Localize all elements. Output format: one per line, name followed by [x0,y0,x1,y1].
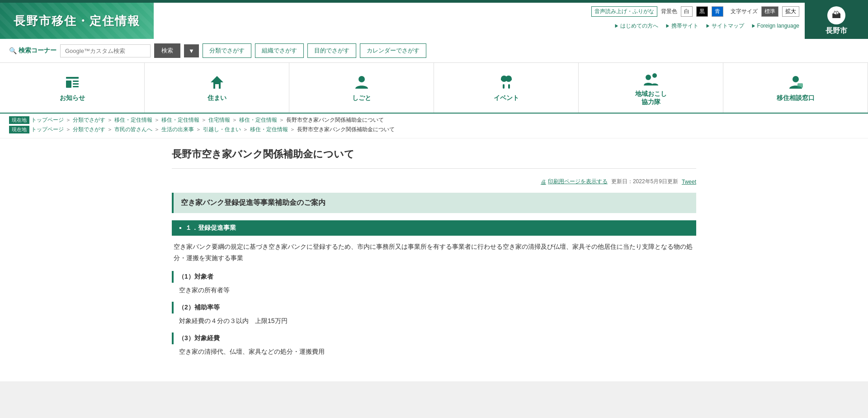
content-wrapper: 長野市空き家バンク関係補助金について 🖨 印刷用ページを表示する 更新日：202… [0,138,868,381]
bc-link-shimin[interactable]: 市民の皆さんへ [114,126,152,133]
search-input[interactable] [60,44,151,57]
nagano-city-text: 長野市 [826,26,847,36]
nav-label-consult: 移住相談窓口 [777,94,815,102]
subsection-1-title: １．登録促進事業 [172,220,696,236]
search-button[interactable]: 検索 [154,43,180,58]
bc-link-hikkoshi[interactable]: 引越し・住まい [203,126,241,133]
category-btn-1[interactable]: 組織でさがす [255,43,304,58]
svg-point-14 [652,73,657,78]
font-large-button[interactable]: 拡大 [782,6,799,17]
detail-title-2: （2）補助率等 [172,302,696,314]
search-dropdown-button[interactable]: ▼ [184,44,199,57]
bc-link-top-1[interactable]: トップページ [31,116,64,124]
detail-title-3: （3）対象経費 [172,332,696,344]
header-top-controls: 音声読み上げ・ふりがな 背景色 白 黒 青 文字サイズ 標準 拡大 [154,3,805,20]
consult-icon [787,73,805,91]
detail-content-1: 空き家の所有者等 [172,286,696,294]
nav-label-sumai: 住まい [208,94,226,102]
breadcrumb-area: 現在地 トップページ ＞ 分類でさがす ＞ 移住・定住情報 ＞ 移住・定住情報 … [0,114,868,138]
current-badge-2: 現在地 [9,126,29,133]
bc-current-1: 長野市空き家バンク関係補助金について [286,116,384,124]
svg-rect-4 [73,86,79,87]
svg-point-15 [793,76,799,82]
section-header: 空き家バンク登録促進等事業補助金のご案内 [172,193,696,213]
svg-rect-1 [66,81,71,88]
header-link-foreign[interactable]: Foreign language [751,23,799,29]
svg-rect-6 [215,84,219,89]
detail-content-2: 対象経費の４分の３以内 上限15万円 [172,317,696,325]
nav-label-shigoto: しごと [352,94,371,102]
svg-rect-3 [73,83,79,85]
breadcrumb-row-1: 現在地 トップページ ＞ 分類でさがす ＞ 移住・定住情報 ＞ 移住・定住情報 … [9,116,859,124]
nav-label-chiiki: 地域おこし協力隊 [635,90,667,106]
bg-color-label: 背景色 [661,8,677,15]
nav-item-event[interactable]: イベント [434,63,579,113]
bc-link-cat-2[interactable]: 分類でさがす [73,126,105,133]
house-icon [208,73,226,91]
site-logo-area: 長野市移住・定住情報 [0,3,154,39]
header-link-keitai[interactable]: 携帯サイト [665,22,698,30]
font-size-label: 文字サイズ [731,8,758,15]
header: 長野市移住・定住情報 音声読み上げ・ふりがな 背景色 白 黒 青 文字サイズ 標… [0,3,868,39]
svg-point-13 [646,75,651,80]
subsection-1-body: 空き家バンク要綱の規定に基づき空き家バンクに登録するため、市内に事務所又は事業所… [172,241,696,264]
bc-link-ijuu-3[interactable]: 移住・定住情報 [239,116,277,124]
nav-item-shigoto[interactable]: しごと [289,63,434,113]
community-icon [642,69,660,87]
print-text: 印刷用ページを表示する [548,178,608,185]
header-link-hajimete[interactable]: はじめての方へ [614,22,658,30]
search-bar: 🔍 検索コーナー 検索 ▼ 分類でさがす 組織でさがす 目的でさがす カレンダー… [0,39,868,63]
category-btn-2[interactable]: 目的でさがす [307,43,356,58]
tweet-link[interactable]: Tweet [682,179,696,185]
update-text: 更新日：2022年5月9日更新 [611,178,678,185]
category-btn-3[interactable]: カレンダーでさがす [360,43,426,58]
bc-link-seikatsu[interactable]: 生活の出来事 [161,126,194,133]
breadcrumb-row-2: 現在地 トップページ ＞ 分類でさがす ＞ 市民の皆さんへ ＞ 生活の出来事 ＞… [9,126,859,133]
page-title: 長野市空き家バンク関係補助金について [172,147,696,169]
bc-link-ijuu-4[interactable]: 移住・定住情報 [250,126,288,133]
svg-rect-2 [73,81,79,82]
bg-black-button[interactable]: 黒 [696,6,708,17]
bc-link-top-2[interactable]: トップページ [31,126,64,133]
nav-label-event: イベント [494,94,519,102]
event-icon [497,73,515,91]
nav-item-news[interactable]: お知らせ [0,63,145,113]
header-controls: 音声読み上げ・ふりがな 背景色 白 黒 青 文字サイズ 標準 拡大 はじめての方… [154,3,805,39]
nagano-city-logo: 🏔 長野市 [805,3,868,39]
nav-item-sumai[interactable]: 住まい [145,63,289,113]
detail-title-1: （1）対象者 [172,271,696,283]
nagano-icon-mark: 🏔 [832,10,841,20]
nav-item-consult[interactable]: 移住相談窓口 [723,63,868,113]
bg-white-button[interactable]: 白 [681,6,693,17]
bc-link-ijuu-1[interactable]: 移住・定住情報 [114,116,152,124]
main-content: 長野市空き家バンク関係補助金について 🖨 印刷用ページを表示する 更新日：202… [154,138,714,381]
svg-rect-0 [66,77,79,79]
bc-link-jutaku[interactable]: 住宅情報 [208,116,230,124]
svg-point-7 [359,76,365,82]
header-links: はじめての方へ 携帯サイト サイトマップ Foreign language [154,20,805,32]
nav-label-news: お知らせ [60,94,85,102]
print-link[interactable]: 🖨 印刷用ページを表示する [541,178,608,185]
nagano-icon: 🏔 [827,6,845,24]
bc-link-cat-1[interactable]: 分類でさがす [73,116,105,124]
site-logo-text: 長野市移住・定住情報 [14,13,140,29]
work-icon [353,73,371,91]
print-icon: 🖨 [541,179,546,185]
bg-blue-button[interactable]: 青 [712,6,723,17]
nav-bar: お知らせ 住まい しごと [0,63,868,114]
bc-link-ijuu-2[interactable]: 移住・定住情報 [161,116,199,124]
subsection-1: １．登録促進事業 空き家バンク要綱の規定に基づき空き家バンクに登録するため、市内… [172,220,696,356]
current-badge-1: 現在地 [9,116,29,124]
font-standard-button[interactable]: 標準 [761,6,778,17]
search-icon: 🔍 [9,47,17,54]
page-meta: 🖨 印刷用ページを表示する 更新日：2022年5月9日更新 Tweet [172,178,696,185]
svg-rect-10 [501,79,512,80]
svg-rect-11 [503,84,505,89]
voice-furigana-button[interactable]: 音声読み上げ・ふりがな [591,6,657,17]
search-corner-label: 🔍 検索コーナー [9,47,57,55]
detail-content-3: 空き家の清掃代、仏壇、家具などの処分・運搬費用 [172,348,696,356]
category-btn-0[interactable]: 分類でさがす [203,43,251,58]
news-icon [63,73,81,91]
header-link-sitemap[interactable]: サイトマップ [706,22,744,30]
nav-item-chiiki[interactable]: 地域おこし協力隊 [579,63,723,113]
